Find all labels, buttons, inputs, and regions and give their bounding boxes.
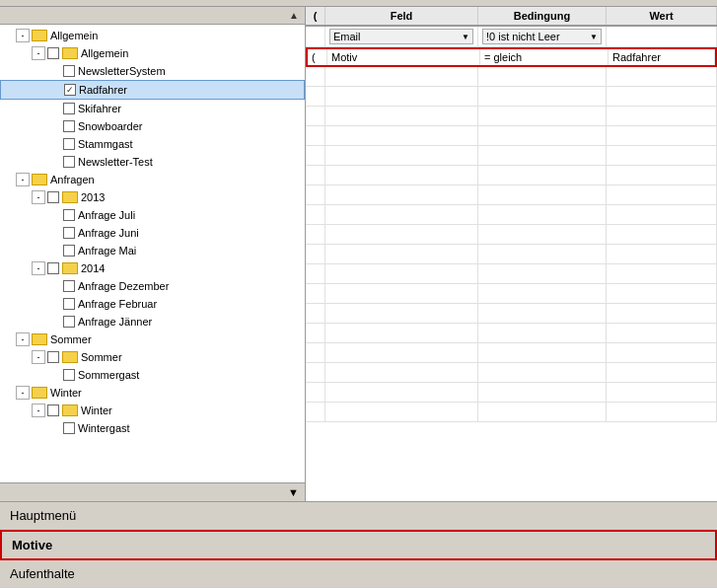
tree-container[interactable]: -Allgemein-AllgemeinNewsletterSystemRadf… <box>0 25 305 482</box>
tree-item-anfragen-2014[interactable]: -2014 <box>0 259 305 277</box>
grid-row-empty-9 <box>306 245 717 264</box>
nav-item-hauptmenu[interactable]: Hauptmenü <box>0 502 717 530</box>
nav-item-motive[interactable]: Motive <box>0 530 717 560</box>
checkbox-anfrage-dezember[interactable] <box>63 280 75 292</box>
tree-item-radfahrer[interactable]: Radfahrer <box>0 80 305 100</box>
tree-item-newsletter-test[interactable]: Newsletter-Test <box>0 153 305 171</box>
tree-item-stammgast[interactable]: Stammgast <box>0 135 305 153</box>
grid-row-empty-4 <box>306 146 717 166</box>
empty-feld-11 <box>325 284 478 303</box>
cell-feld-0[interactable]: Email ▼ <box>325 27 478 46</box>
folder-icon-anfragen-root <box>32 174 47 185</box>
grid-row-empty-12 <box>306 304 717 324</box>
checkbox-winter-sub[interactable] <box>47 404 59 416</box>
checkbox-newsletter-test[interactable] <box>63 156 75 168</box>
tree-item-newsletter[interactable]: NewsletterSystem <box>0 62 305 80</box>
grid-row-1: ( Motiv = gleich Radfahrer <box>306 47 717 67</box>
checkbox-newsletter[interactable] <box>63 65 75 77</box>
tree-item-skifahrer[interactable]: Skifahrer <box>0 100 305 117</box>
empty-feld-0 <box>325 67 478 86</box>
tree-item-anfrage-juni[interactable]: Anfrage Juni <box>0 224 305 242</box>
tree-item-anfragen-root[interactable]: -Anfragen <box>0 171 305 188</box>
folder-icon-allgemein-sub <box>62 47 78 59</box>
expander-sommer-root[interactable]: - <box>16 332 30 346</box>
spacer-radfahrer <box>48 83 62 97</box>
checkbox-allgemein-sub[interactable] <box>47 47 59 59</box>
bedingung-dropdown-arrow-0: ▼ <box>590 33 598 41</box>
tree-item-anfrage-mai[interactable]: Anfrage Mai <box>0 242 305 259</box>
spacer-skifahrer <box>47 102 61 115</box>
label-wintergast: Wintergast <box>78 420 130 436</box>
checkbox-wintergast[interactable] <box>63 422 75 434</box>
checkbox-anfragen-2013[interactable] <box>47 191 59 203</box>
grid-row-empty-15 <box>306 363 717 383</box>
tree-item-anfragen-2013[interactable]: -2013 <box>0 188 305 206</box>
spacer-snowboarder <box>47 119 61 133</box>
checkbox-stammgast[interactable] <box>63 138 75 150</box>
empty-feld-17 <box>325 403 478 421</box>
tree-item-wintergast[interactable]: Wintergast <box>0 419 305 437</box>
expander-allgemein-sub[interactable]: - <box>32 46 45 60</box>
expander-anfragen-2013[interactable]: - <box>32 190 45 204</box>
cell-feld-1: Motiv <box>327 49 480 65</box>
tree-item-allgemein-root[interactable]: -Allgemein <box>0 27 305 44</box>
empty-feld-7 <box>325 205 478 224</box>
empty-paren-3 <box>306 126 325 145</box>
tree-item-anfrage-dezember[interactable]: Anfrage Dezember <box>0 277 305 295</box>
empty-paren-2 <box>306 107 325 125</box>
tree-item-winter-sub[interactable]: -Winter <box>0 402 305 419</box>
empty-paren-17 <box>306 403 325 421</box>
tree-item-anfrage-jaenner[interactable]: Anfrage Jänner <box>0 313 305 331</box>
checkbox-anfragen-2014[interactable] <box>47 262 59 274</box>
expander-allgemein-root[interactable]: - <box>16 29 30 42</box>
tree-item-allgemein-sub[interactable]: -Allgemein <box>0 44 305 62</box>
bedingung-dropdown-0[interactable]: !0 ist nicht Leer ▼ <box>482 29 602 44</box>
empty-feld-3 <box>325 126 478 145</box>
expander-sommer-sub[interactable]: - <box>32 350 45 364</box>
spacer-anfrage-februar <box>47 297 61 311</box>
checkbox-sommer-sub[interactable] <box>47 351 59 363</box>
nav-item-aufenthalte[interactable]: Aufenthalte <box>0 560 717 588</box>
empty-bedingung-3 <box>478 126 607 145</box>
left-panel-expand-btn[interactable]: ▼ <box>288 486 299 498</box>
label-winter-root: Winter <box>50 385 82 401</box>
bedingung-value-1: = gleich <box>484 51 522 63</box>
empty-bedingung-17 <box>478 403 607 421</box>
tree-item-sommer-root[interactable]: -Sommer <box>0 331 305 348</box>
checkbox-anfrage-juni[interactable] <box>63 227 75 239</box>
checkbox-anfrage-juli[interactable] <box>63 209 75 221</box>
label-anfragen-root: Anfragen <box>50 172 95 187</box>
tree-item-anfrage-februar[interactable]: Anfrage Februar <box>0 295 305 313</box>
empty-wert-8 <box>607 225 717 244</box>
feld-dropdown-0[interactable]: Email ▼ <box>329 29 473 44</box>
empty-bedingung-15 <box>478 363 607 382</box>
grid-header: ( Feld Bedingung Wert <box>306 7 717 27</box>
tree-item-winter-root[interactable]: -Winter <box>0 384 305 402</box>
left-panel-collapse-btn[interactable]: ▲ <box>289 10 299 21</box>
folder-icon-anfragen-2014 <box>62 262 78 274</box>
checkbox-sommergast[interactable] <box>63 369 75 381</box>
tree-item-snowboarder[interactable]: Snowboarder <box>0 117 305 135</box>
tree-item-sommergast[interactable]: Sommergast <box>0 366 305 384</box>
cell-wert-1: Radfahrer <box>609 49 715 65</box>
checkbox-anfrage-februar[interactable] <box>63 298 75 310</box>
empty-feld-15 <box>325 363 478 382</box>
expander-anfragen-2014[interactable]: - <box>32 261 45 275</box>
checkbox-radfahrer[interactable] <box>64 84 76 96</box>
checkbox-anfrage-jaenner[interactable] <box>63 316 75 328</box>
expander-winter-sub[interactable]: - <box>32 404 45 417</box>
empty-wert-17 <box>607 403 717 421</box>
checkbox-skifahrer[interactable] <box>63 103 75 114</box>
checkbox-anfrage-mai[interactable] <box>63 245 75 257</box>
empty-wert-2 <box>607 107 717 125</box>
tree-item-sommer-sub[interactable]: -Sommer <box>0 348 305 366</box>
expander-anfragen-root[interactable]: - <box>16 173 30 186</box>
expander-winter-root[interactable]: - <box>16 386 30 400</box>
empty-wert-12 <box>607 304 717 323</box>
tree-item-anfrage-juli[interactable]: Anfrage Juli <box>0 206 305 224</box>
empty-feld-8 <box>325 225 478 244</box>
cell-bedingung-0[interactable]: !0 ist nicht Leer ▼ <box>478 27 607 46</box>
checkbox-snowboarder[interactable] <box>63 120 75 132</box>
label-allgemein-sub: Allgemein <box>81 45 128 61</box>
empty-wert-5 <box>607 166 717 184</box>
